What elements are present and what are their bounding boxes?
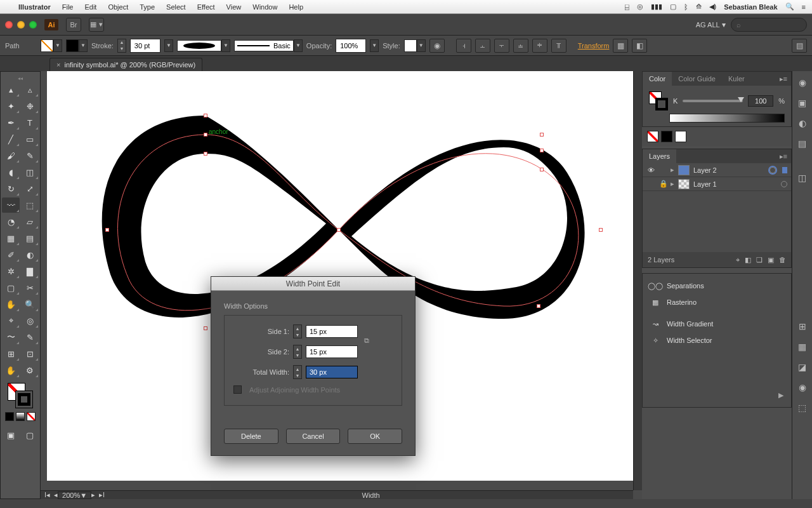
wifi-icon[interactable]: ⟰ <box>696 3 702 11</box>
menu-view[interactable]: View <box>221 3 247 11</box>
style-selector[interactable]: ▼ <box>404 39 426 52</box>
locate-icon[interactable]: ⌖ <box>736 256 740 264</box>
blend-tool[interactable]: ◐ <box>21 247 39 262</box>
menu-type[interactable]: Type <box>134 3 160 11</box>
extra-tool-2[interactable]: ◎ <box>21 313 39 328</box>
extra-tool-3[interactable]: 〜 <box>2 330 20 345</box>
anchor-handle[interactable] <box>599 228 603 232</box>
panel-menu-icon[interactable]: ▸≡ <box>776 75 791 83</box>
fill-stroke-indicator[interactable] <box>6 382 34 410</box>
search-input[interactable]: ⌕ <box>731 18 807 32</box>
eyedropper-tool[interactable]: ✐ <box>2 247 20 262</box>
anchor-handle[interactable] <box>204 326 207 330</box>
shape-builder-tool[interactable]: ◔ <box>2 214 20 229</box>
transform-link[interactable]: Transform <box>578 42 610 50</box>
lock-icon[interactable]: 🔒 <box>659 180 667 188</box>
screen-mode-full[interactable]: ▢ <box>21 427 39 443</box>
anchor-handle[interactable] <box>204 133 207 137</box>
side2-stepper[interactable]: ▲▼ <box>293 345 302 359</box>
stroke-value[interactable]: 30 pt <box>130 39 160 53</box>
window-controls[interactable] <box>5 21 37 29</box>
align-hcenter-button[interactable]: ⫠ <box>475 39 490 53</box>
anchor-handle[interactable] <box>204 114 207 117</box>
rail-layers-icon[interactable]: ◫ <box>796 171 809 184</box>
align-top-button[interactable]: ⫨ <box>513 39 528 53</box>
paintbrush-tool[interactable]: 🖌 <box>2 148 20 163</box>
zoom-tool[interactable]: 🔍 <box>21 297 39 312</box>
plugin-separations[interactable]: ◯◯Separations <box>643 277 791 294</box>
stroke-stepper[interactable]: ▲▼ <box>117 39 126 53</box>
panel-fill-stroke[interactable] <box>649 91 668 110</box>
new-layer-icon[interactable]: ▣ <box>768 256 774 264</box>
artboard-tool[interactable]: ▢ <box>2 280 20 295</box>
selection-tool[interactable]: ▴ <box>2 82 20 97</box>
display-icon[interactable]: ▢ <box>670 3 676 11</box>
rail-swatches-icon[interactable]: ▣ <box>796 97 809 109</box>
free-transform-tool[interactable]: ⬚ <box>21 197 39 213</box>
total-stepper[interactable]: ▲▼ <box>293 365 302 379</box>
total-width-input[interactable] <box>306 366 358 378</box>
swatch-none[interactable] <box>647 131 658 142</box>
rail-color-icon[interactable]: ◉ <box>796 76 809 89</box>
make-clip-icon[interactable]: ◧ <box>745 256 751 264</box>
pen-tool[interactable]: ✒ <box>2 115 20 130</box>
k-slider[interactable] <box>683 100 743 102</box>
anchor-handle[interactable] <box>540 133 544 137</box>
target-icon[interactable] <box>781 181 787 187</box>
rail-transform-icon[interactable]: ⊞ <box>796 320 809 333</box>
zoom-selector[interactable]: 200% ▼ <box>58 491 91 499</box>
lasso-tool[interactable]: ❉ <box>21 98 39 114</box>
eraser-tool[interactable]: ◫ <box>21 164 39 180</box>
grayscale-ramp[interactable] <box>669 114 785 123</box>
tab-kuler[interactable]: Kuler <box>722 72 751 86</box>
rotate-tool[interactable]: ↻ <box>2 181 20 196</box>
direct-selection-tool[interactable]: ▵ <box>21 82 39 97</box>
close-tab-icon[interactable]: × <box>56 61 60 69</box>
layer-row[interactable]: 🔒 ▸ Layer 1 <box>643 177 791 191</box>
opacity-caret[interactable]: ▼ <box>370 39 379 52</box>
new-sublayer-icon[interactable]: ❏ <box>756 256 763 264</box>
menu-help[interactable]: Help <box>283 3 309 11</box>
menu-window[interactable]: Window <box>247 3 283 11</box>
menu-edit[interactable]: Edit <box>79 3 102 11</box>
perspective-tool[interactable]: ▱ <box>21 214 39 229</box>
nav-first-icon[interactable]: I◂ <box>41 491 54 499</box>
delete-layer-icon[interactable]: 🗑 <box>779 256 786 264</box>
workspace-switcher[interactable]: AG ALL ▾ <box>696 20 726 29</box>
mesh-tool[interactable]: ▦ <box>2 231 20 246</box>
line-tool[interactable]: ╱ <box>2 131 20 147</box>
width-tool[interactable]: 〰 <box>2 197 20 213</box>
plugin-rasterino[interactable]: ▩Rasterino <box>643 294 791 311</box>
gradient-tool[interactable]: ▤ <box>21 231 39 246</box>
layer-name[interactable]: Layer 1 <box>693 180 717 188</box>
spotlight-icon[interactable]: 🔍 <box>785 3 794 11</box>
notifications-icon[interactable]: ≡ <box>802 3 806 11</box>
arrange-docs-button[interactable]: ▦ ▾ <box>89 18 104 32</box>
menu-file[interactable]: File <box>56 3 79 11</box>
tab-color-guide[interactable]: Color Guide <box>672 72 722 86</box>
layer-row[interactable]: 👁 ▸ Layer 2 <box>643 163 791 177</box>
isolate-button[interactable]: ▦ <box>613 39 628 53</box>
slice-tool[interactable]: ✂ <box>21 280 39 295</box>
rail-graphic-styles-icon[interactable]: ⬚ <box>796 401 809 414</box>
extra-tool-8[interactable]: ⚙ <box>21 363 39 378</box>
ok-button[interactable]: OK <box>348 429 402 444</box>
profile-selector[interactable]: Basic▼ <box>234 39 303 52</box>
mask-button[interactable]: ◧ <box>632 39 647 53</box>
anchor-handle[interactable] <box>540 149 544 152</box>
align-bottom-button[interactable]: ⫪ <box>551 39 566 53</box>
brush-selector[interactable]: ▼ <box>177 39 230 52</box>
volume-icon[interactable]: ◀) <box>709 3 717 11</box>
tab-color[interactable]: Color <box>643 72 672 86</box>
align-right-button[interactable]: ⫟ <box>494 39 509 53</box>
magic-wand-tool[interactable]: ✦ <box>2 98 20 114</box>
stroke-caret[interactable]: ▼ <box>164 39 173 52</box>
rail-align-icon[interactable]: ▦ <box>796 340 809 353</box>
disclosure-icon[interactable]: ▸ <box>671 166 674 174</box>
type-tool[interactable]: T <box>21 115 39 130</box>
nav-last-icon[interactable]: ▸I <box>95 491 108 499</box>
side1-input[interactable] <box>306 325 358 338</box>
link-sides-icon[interactable]: ⧉ <box>364 337 369 345</box>
recolor-button[interactable]: ◉ <box>429 39 445 53</box>
cancel-button[interactable]: Cancel <box>286 429 341 444</box>
